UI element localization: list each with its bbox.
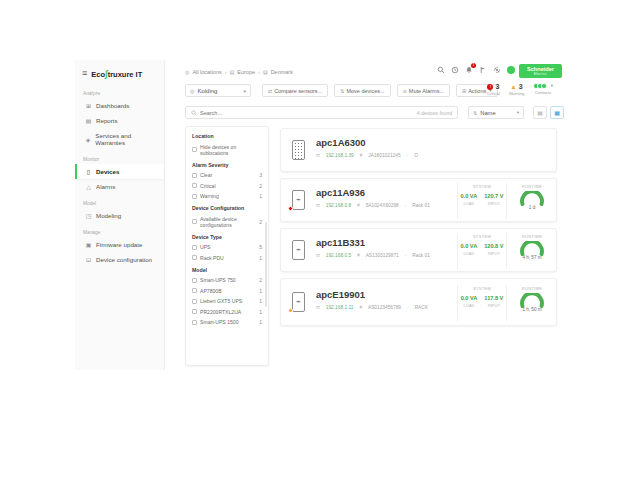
search-icon — [191, 110, 197, 116]
checkbox[interactable] — [192, 320, 197, 325]
button-label: Compare sensors... — [274, 88, 322, 94]
serial-icon: # — [360, 153, 363, 158]
critical-status-dot — [288, 206, 293, 211]
filter-option-liebert-gxt5[interactable]: Liebert GXT5 UPS 1 — [192, 298, 262, 304]
mute-icon: ⊘ — [403, 88, 407, 94]
critical-icon: ! — [487, 84, 493, 90]
sort-select[interactable]: ⇅ Name ▾ — [468, 106, 524, 119]
critical-label: Critical — [487, 91, 500, 96]
search-input[interactable] — [200, 110, 414, 116]
filter-option-smart-ups-750[interactable]: Smart-UPS 750 2 — [192, 277, 262, 283]
rack-icon: ◦ — [407, 305, 409, 310]
move-devices-button[interactable]: ⇅ Move devices... — [334, 84, 390, 97]
filter-option-pr2200rtxl2ua[interactable]: PR2200RTXL2UA 1 — [192, 309, 262, 315]
system-section: SYSTEM 0.0 VALOAD 117.8 VINPUT — [457, 285, 506, 321]
location-select[interactable]: ◎ Kolding ▾ — [185, 84, 251, 97]
compare-sensors-button[interactable]: ⇄ Compare sensors... — [262, 84, 328, 97]
filter-option-clear[interactable]: Clear 3 — [192, 172, 262, 178]
flag-icon[interactable] — [479, 66, 487, 74]
checkbox[interactable] — [192, 278, 197, 283]
checkbox[interactable] — [192, 288, 197, 293]
device-card-apc1A6300[interactable]: apc1A6300 ⊡ 192.168.1.39 # JA1801021245 … — [280, 128, 557, 172]
checkbox[interactable] — [192, 299, 197, 304]
filter-option-ap7800b[interactable]: AP7800B 1 — [192, 288, 262, 294]
alarms-icon: △ — [85, 183, 92, 190]
sidebar-item-label: Device configuration — [96, 256, 152, 263]
breadcrumb-denmark[interactable]: Denmark — [271, 69, 293, 75]
system-label: SYSTEM — [458, 234, 506, 239]
breadcrumb-europe[interactable]: Europe — [237, 69, 255, 75]
clock-icon[interactable] — [451, 66, 459, 74]
breadcrumb-all-locations[interactable]: All locations — [192, 69, 221, 75]
load-value: 0.0 VA — [461, 295, 478, 301]
dashboards-icon: ⊞ — [85, 102, 92, 109]
filter-option-label: Liebert GXT5 UPS — [200, 298, 242, 304]
load-value: 0.0 VA — [461, 193, 478, 199]
filter-group-alarm-severity: Alarm Severity — [192, 162, 262, 168]
bolt-icon: ⌁ — [296, 298, 301, 306]
runtime-value: 4 h, 57 m — [507, 255, 557, 260]
load-label: LOAD — [461, 201, 478, 206]
sidebar-item-devices[interactable]: ▯ Devices — [75, 164, 164, 179]
critical-badge[interactable]: ! 3 Critical — [487, 83, 500, 96]
sidebar-item-label: Services and Warranties — [95, 132, 156, 146]
services-icon: ◈ — [85, 136, 91, 143]
filter-option-ups[interactable]: UPS 5 — [192, 244, 262, 250]
filter-option-label: Hide devices on sublocations — [200, 144, 262, 156]
sidebar-item-dashboards[interactable]: ⊞ Dashboards — [75, 98, 164, 113]
settings-gear-icon[interactable] — [493, 66, 501, 74]
checkbox[interactable] — [192, 245, 197, 250]
sidebar-item-alarms[interactable]: △ Alarms — [75, 179, 164, 194]
filter-option-label: Warning — [200, 193, 219, 199]
bolt-icon: ⌁ — [296, 246, 301, 254]
filter-group-device-type: Device Type — [192, 234, 262, 240]
user-avatar[interactable] — [507, 66, 515, 74]
runtime-section: RUNTIME 4 h, 57 m — [506, 233, 557, 269]
nav-section-analyze: Analyze — [75, 84, 164, 98]
input-label: INPUT — [484, 303, 503, 308]
filter-option-label: Smart-UPS 1500 — [200, 319, 239, 325]
filter-option-critical[interactable]: Critical 2 — [192, 183, 262, 189]
menu-icon[interactable]: ≡ — [82, 69, 87, 78]
filter-option-available-configs[interactable]: Available device configurations 2 — [192, 216, 262, 228]
sort-icon: ⇅ — [473, 110, 477, 116]
checkbox[interactable] — [192, 219, 197, 224]
filter-option-smart-ups-1500[interactable]: Smart-UPS 1500 1 — [192, 319, 262, 325]
filter-option-warning[interactable]: Warning 1 — [192, 193, 262, 199]
filter-option-count: 2 — [259, 219, 262, 225]
input-value: 120.8 V — [484, 243, 503, 249]
device-serial: AS1303129871 — [366, 253, 399, 258]
checkbox[interactable] — [192, 183, 197, 188]
checkbox[interactable] — [192, 173, 197, 178]
sidebar-item-modeling[interactable]: ◳ Modeling — [75, 208, 164, 223]
checkbox[interactable] — [192, 194, 197, 199]
search-icon[interactable] — [437, 66, 445, 74]
card-view-button[interactable]: ▦ — [550, 106, 564, 119]
contacts-badge[interactable]: ▾ Contacts — [533, 83, 553, 95]
device-name: apcE19901 — [316, 289, 365, 300]
sidebar-item-firmware-update[interactable]: ▣ Firmware update — [75, 237, 164, 252]
device-location: O — [414, 153, 418, 158]
device-card-apc11B331[interactable]: ⌁ apc11B331 ⊡ 192.168.0.5 # AS1303129871… — [280, 228, 557, 272]
filter-option-rack-pdu[interactable]: Rack PDU 1 — [192, 255, 262, 261]
filter-option-label: AP7800B — [200, 288, 222, 294]
list-view-button[interactable]: ▤ — [533, 106, 547, 119]
sidebar-item-services-warranties[interactable]: ◈ Services and Warranties — [75, 128, 164, 150]
mute-alarms-button[interactable]: ⊘ Mute Alarms... — [397, 84, 450, 97]
device-card-apcE19901[interactable]: ⌁ apcE19901 ⊡ 192.168.1.11 # AS012345678… — [280, 278, 557, 326]
sidebar-item-reports[interactable]: ▤ Reports — [75, 113, 164, 128]
serial-icon: # — [359, 305, 362, 310]
warning-badge[interactable]: ▲ 3 Warning — [509, 83, 524, 96]
checkbox[interactable] — [192, 255, 197, 260]
checkbox[interactable] — [192, 309, 197, 314]
notifications-bell-icon[interactable]: 1 — [465, 66, 473, 74]
sidebar-item-device-configuration[interactable]: ⊡ Device configuration — [75, 252, 164, 267]
top-icon-bar: 1 — [437, 66, 515, 74]
filter-option-count: 1 — [259, 193, 262, 199]
filter-option-hide-sublocations[interactable]: Hide devices on sublocations — [192, 144, 262, 156]
checkbox[interactable] — [192, 147, 197, 152]
device-card-apc11A936[interactable]: ⌁ apc11A936 ⊡ 192.168.0.8 # 5A1024X60298… — [280, 178, 557, 222]
schneider-electric-logo[interactable]: Schneider Electric — [519, 64, 562, 78]
filter-scrollbar[interactable] — [265, 222, 267, 307]
filter-option-count: 5 — [259, 244, 262, 250]
